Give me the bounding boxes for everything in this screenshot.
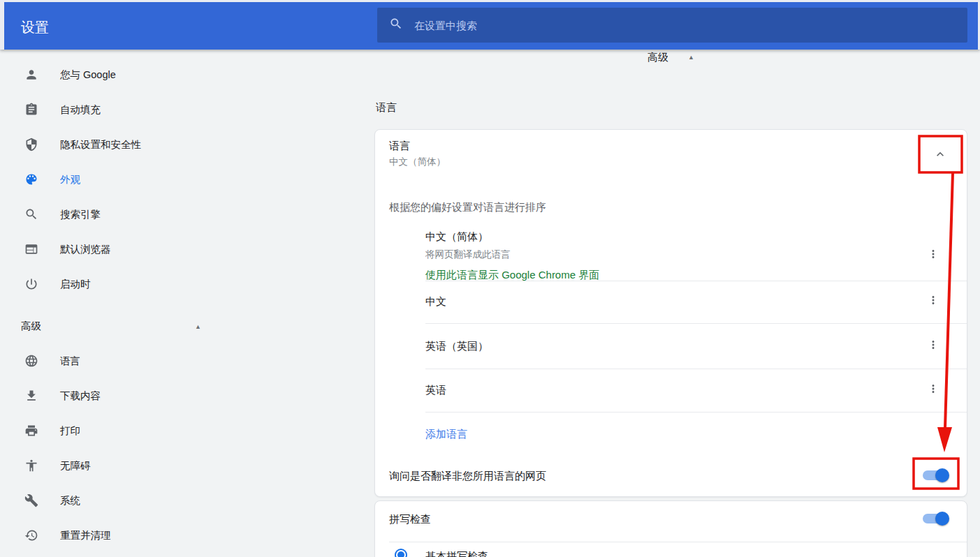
more-vert-icon <box>927 248 939 263</box>
sidebar-item-label: 启动时 <box>60 278 91 291</box>
globe-icon <box>24 354 38 368</box>
window-frame-edge <box>0 0 980 2</box>
language-row-name: 中文（简体） <box>425 230 488 243</box>
accessibility-icon <box>24 459 38 473</box>
divider <box>425 323 967 324</box>
sidebar-item-printing[interactable]: 打印 <box>0 413 231 448</box>
divider <box>425 369 967 369</box>
wrench-icon <box>24 493 38 507</box>
sidebar-item-search-engine[interactable]: 搜索引擎 <box>0 197 231 232</box>
radio-dot-icon <box>397 551 404 557</box>
basic-spellcheck-radio[interactable] <box>395 549 407 557</box>
restore-icon <box>24 528 38 542</box>
basic-spellcheck-label: 基本拼写检查 <box>425 550 488 557</box>
sidebar-item-label: 隐私设置和安全性 <box>60 138 141 151</box>
spellcheck-label: 拼写检查 <box>389 513 431 526</box>
collapse-language-button[interactable] <box>926 142 954 170</box>
language-row-name: 英语 <box>425 384 446 396</box>
download-icon <box>24 389 38 403</box>
language-order-hint: 根据您的偏好设置对语言进行排序 <box>389 201 546 213</box>
more-vert-icon <box>927 294 939 309</box>
chevron-up-icon <box>933 147 947 164</box>
autofill-icon <box>24 103 38 117</box>
toggle-knob <box>935 512 949 526</box>
language-more-button[interactable] <box>925 382 942 399</box>
language-more-button[interactable] <box>925 293 942 310</box>
sidebar-item-label: 重置并清理 <box>60 529 111 542</box>
caret-up-icon: ▲ <box>195 323 201 330</box>
sidebar-item-label: 搜索引擎 <box>60 208 101 221</box>
window-frame-edge <box>0 0 4 50</box>
person-icon <box>24 68 38 82</box>
sidebar-item-label: 下载内容 <box>60 389 101 403</box>
language-card: 语言 中文（简体） 根据您的偏好设置对语言进行排序 中文（简体） 将网页翻译成此… <box>374 129 967 497</box>
divider <box>425 281 967 281</box>
power-icon <box>24 277 38 291</box>
sidebar-item-label: 打印 <box>60 424 80 438</box>
search-icon <box>389 17 403 34</box>
language-row-description: 将网页翻译成此语言 <box>425 249 511 260</box>
language-row-name: 中文 <box>425 295 446 308</box>
advanced-section-toggle[interactable]: 高级 ▲ <box>374 50 967 65</box>
language-card-title: 语言 <box>389 140 410 152</box>
sidebar-item-autofill[interactable]: 自动填充 <box>0 92 231 127</box>
divider <box>425 412 967 413</box>
sidebar-item-label: 系统 <box>60 494 80 507</box>
add-language-button[interactable]: 添加语言 <box>425 428 467 441</box>
language-card-subtitle: 中文（简体） <box>389 156 446 168</box>
sidebar-item-label: 您与 Google <box>60 68 116 82</box>
settings-search-input[interactable] <box>403 8 967 43</box>
sidebar-advanced-toggle[interactable]: 高级 ▲ <box>0 309 231 343</box>
advanced-label: 高级 <box>648 51 668 64</box>
section-title-languages: 语言 <box>376 101 397 114</box>
sidebar-item-label: 语言 <box>60 355 80 368</box>
sidebar-item-default-browser[interactable]: 默认浏览器 <box>0 232 231 267</box>
sidebar-item-on-startup[interactable]: 启动时 <box>0 267 231 302</box>
language-more-button[interactable] <box>925 247 942 264</box>
sidebar-item-label: 自动填充 <box>60 103 101 117</box>
sidebar-nav: 您与 Google 自动填充 隐私设置和安全性 外观 搜索引擎 默认浏览器 启动… <box>0 50 231 553</box>
palette-icon <box>24 172 38 186</box>
spellcheck-toggle[interactable] <box>923 512 949 526</box>
sidebar-item-downloads[interactable]: 下载内容 <box>0 378 231 413</box>
browser-icon <box>24 242 38 256</box>
sidebar-item-appearance[interactable]: 外观 <box>0 162 231 197</box>
translate-prompt-toggle[interactable] <box>923 468 949 482</box>
sidebar-item-label: 外观 <box>60 173 80 186</box>
sidebar-item-label: 无障碍 <box>60 459 91 473</box>
toggle-knob <box>935 468 949 482</box>
sidebar-item-label: 默认浏览器 <box>60 243 111 256</box>
search-box[interactable] <box>377 8 967 43</box>
language-more-button[interactable] <box>925 338 942 355</box>
main-content: 高级 ▲ 语言 语言 中文（简体） 根据您的偏好设置对语言进行排序 中文（简体）… <box>374 50 968 557</box>
more-vert-icon <box>927 339 939 354</box>
header-toolbar: 设置 <box>0 0 980 50</box>
sidebar-item-privacy-security[interactable]: 隐私设置和安全性 <box>0 127 231 162</box>
caret-up-icon: ▲ <box>688 54 694 61</box>
page-title: 设置 <box>21 18 49 37</box>
printer-icon <box>24 424 38 438</box>
sidebar-item-accessibility[interactable]: 无障碍 <box>0 448 231 483</box>
sidebar-item-languages[interactable]: 语言 <box>0 343 231 378</box>
search-icon <box>24 207 38 221</box>
spellcheck-card: 拼写检查 基本拼写检查 <box>374 500 967 557</box>
more-vert-icon <box>927 383 939 398</box>
sidebar-item-you-and-google[interactable]: 您与 Google <box>0 57 231 92</box>
sidebar-advanced-label: 高级 <box>21 320 41 333</box>
divider <box>389 542 967 542</box>
sidebar-item-system[interactable]: 系统 <box>0 483 231 518</box>
translate-prompt-label: 询问是否翻译非您所用语言的网页 <box>389 470 546 482</box>
sidebar-item-reset-cleanup[interactable]: 重置并清理 <box>0 518 231 553</box>
language-row-name: 英语（英国） <box>425 340 488 352</box>
shield-icon <box>24 138 38 151</box>
